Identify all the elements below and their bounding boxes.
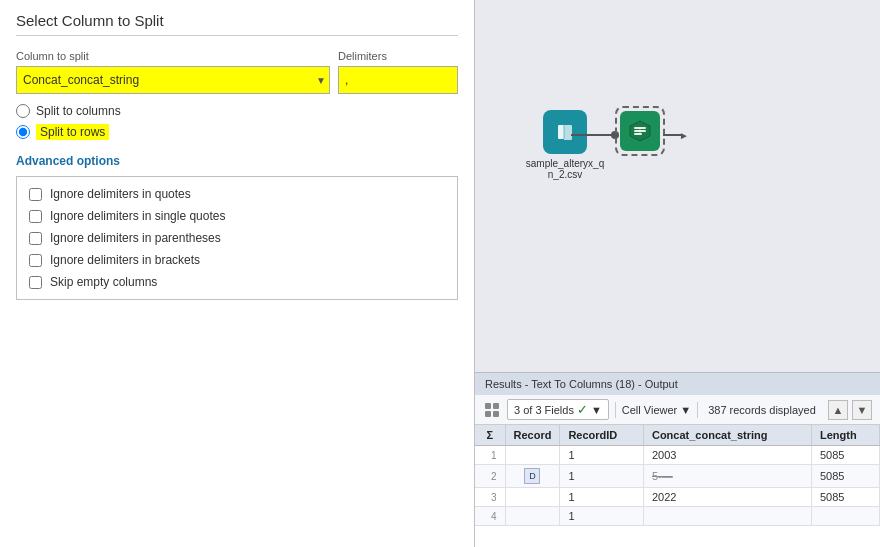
table-header-row: Σ Record RecordID Concat_concat_string L… — [475, 425, 880, 446]
canvas-area: sample_alteryx_q n_2.csv — [475, 0, 880, 372]
panel-title: Select Column to Split — [16, 12, 458, 36]
cell-concat: 2022 — [643, 488, 811, 507]
col-header-record: Record — [505, 425, 560, 446]
column-to-split-input[interactable] — [16, 66, 330, 94]
table-row: 2 D 1 5-— 5085 — [475, 465, 880, 488]
row-num: 3 — [475, 488, 505, 507]
row-num: 2 — [475, 465, 505, 488]
options-box: Ignore delimiters in quotes Ignore delim… — [16, 176, 458, 300]
records-count: 387 records displayed — [708, 404, 816, 416]
radio-split-columns-input[interactable] — [16, 104, 30, 118]
nav-up-button[interactable]: ▲ — [828, 400, 848, 420]
col-header-length: Length — [811, 425, 879, 446]
row-icon-cell — [505, 488, 560, 507]
svg-rect-9 — [493, 411, 499, 417]
cell-recordid: 1 — [560, 507, 644, 526]
cell-length — [811, 507, 879, 526]
toolbar-separator2 — [697, 402, 698, 418]
advanced-section: Advanced options Ignore delimiters in qu… — [16, 154, 458, 300]
row-icon-cell — [505, 446, 560, 465]
cell-length: 5085 — [811, 488, 879, 507]
option-parentheses[interactable]: Ignore delimiters in parentheses — [29, 231, 445, 245]
fields-dropdown[interactable]: 3 of 3 Fields ✓ ▼ — [507, 399, 609, 420]
textcol-icon — [620, 111, 660, 151]
delimiters-label: Delimiters — [338, 50, 458, 62]
svg-rect-7 — [493, 403, 499, 409]
cell-viewer-dropdown[interactable]: Cell Viewer ▼ — [622, 404, 691, 416]
column-to-split-label: Column to split — [16, 50, 330, 62]
radio-split-columns-label: Split to columns — [36, 104, 121, 118]
svg-rect-6 — [485, 403, 491, 409]
fields-check-icon: ✓ — [577, 402, 588, 417]
option-quotes-label: Ignore delimiters in quotes — [50, 187, 191, 201]
cell-recordid: 1 — [560, 446, 644, 465]
option-skip-empty-label: Skip empty columns — [50, 275, 157, 289]
results-header: Results - Text To Columns (18) - Output — [475, 373, 880, 395]
right-panel: sample_alteryx_q n_2.csv — [475, 0, 880, 547]
cell-recordid: 1 — [560, 488, 644, 507]
cell-recordid: 1 — [560, 465, 644, 488]
left-panel: Select Column to Split Column to split ▼… — [0, 0, 475, 547]
checkbox-parentheses[interactable] — [29, 232, 42, 245]
option-skip-empty[interactable]: Skip empty columns — [29, 275, 445, 289]
nav-arrows: ▲ ▼ — [828, 400, 872, 420]
table-row: 1 1 2003 5085 — [475, 446, 880, 465]
results-table: Σ Record RecordID Concat_concat_string L… — [475, 425, 880, 547]
table-row: 3 1 2022 5085 — [475, 488, 880, 507]
svg-rect-4 — [634, 133, 642, 135]
option-brackets[interactable]: Ignore delimiters in brackets — [29, 253, 445, 267]
cell-length: 5085 — [811, 465, 879, 488]
checkbox-quotes[interactable] — [29, 188, 42, 201]
row-num: 1 — [475, 446, 505, 465]
row-icon-cell: D — [505, 465, 560, 488]
data-table: Σ Record RecordID Concat_concat_string L… — [475, 425, 880, 526]
table-row: 4 1 — [475, 507, 880, 526]
option-parentheses-label: Ignore delimiters in parentheses — [50, 231, 221, 245]
cell-concat — [643, 507, 811, 526]
toolbar-separator — [615, 402, 616, 418]
advanced-title: Advanced options — [16, 154, 458, 168]
radio-split-rows[interactable]: Split to rows — [16, 124, 458, 140]
fields-count-label: 3 of 3 Fields — [514, 404, 574, 416]
node-text-to-columns[interactable] — [615, 106, 665, 156]
nav-down-button[interactable]: ▼ — [852, 400, 872, 420]
toolbar-grid-icon[interactable] — [483, 401, 501, 419]
option-single-quotes[interactable]: Ignore delimiters in single quotes — [29, 209, 445, 223]
option-brackets-label: Ignore delimiters in brackets — [50, 253, 200, 267]
cell-viewer-arrow-icon: ▼ — [680, 404, 691, 416]
row-icon-cell — [505, 507, 560, 526]
checkbox-brackets[interactable] — [29, 254, 42, 267]
col-header-icon: Σ — [475, 425, 505, 446]
col-header-recordid: RecordID — [560, 425, 644, 446]
fields-dropdown-arrow-icon: ▼ — [591, 404, 602, 416]
svg-rect-8 — [485, 411, 491, 417]
option-single-quotes-label: Ignore delimiters in single quotes — [50, 209, 225, 223]
delimiter-wrapper: Delimiters — [338, 50, 458, 94]
results-panel: Results - Text To Columns (18) - Output … — [475, 372, 880, 547]
node-textcol-border — [615, 106, 665, 156]
connector-arrow-icon: ► — [679, 130, 689, 141]
checkbox-skip-empty[interactable] — [29, 276, 42, 289]
book-icon — [543, 110, 587, 154]
radio-split-rows-label: Split to rows — [36, 124, 109, 140]
column-dropdown-arrow-icon[interactable]: ▼ — [316, 75, 326, 86]
option-quotes[interactable]: Ignore delimiters in quotes — [29, 187, 445, 201]
radio-split-columns[interactable]: Split to columns — [16, 104, 458, 118]
node-book-label: sample_alteryx_q n_2.csv — [525, 158, 605, 180]
doc-icon: D — [524, 468, 540, 484]
cell-length: 5085 — [811, 446, 879, 465]
connector-line — [571, 134, 615, 136]
cell-concat: 5-— — [643, 465, 811, 488]
radio-group: Split to columns Split to rows — [16, 104, 458, 140]
node-book[interactable]: sample_alteryx_q n_2.csv — [525, 110, 605, 180]
radio-split-rows-input[interactable] — [16, 125, 30, 139]
delimiter-input[interactable] — [338, 66, 458, 94]
cell-concat: 2003 — [643, 446, 811, 465]
col-header-concat: Concat_concat_string — [643, 425, 811, 446]
concat-strikethrough: 5-— — [652, 470, 673, 482]
checkbox-single-quotes[interactable] — [29, 210, 42, 223]
column-to-split-wrapper: Column to split ▼ — [16, 50, 330, 94]
results-toolbar: 3 of 3 Fields ✓ ▼ Cell Viewer ▼ 387 reco… — [475, 395, 880, 425]
row-num: 4 — [475, 507, 505, 526]
cell-viewer-label: Cell Viewer — [622, 404, 677, 416]
